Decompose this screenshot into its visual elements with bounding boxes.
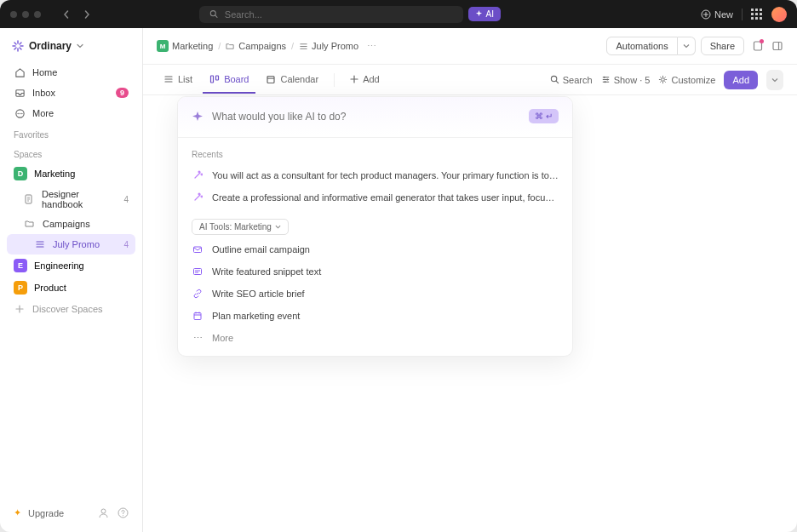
toolbar-search[interactable]: Search [550,75,593,85]
add-caret[interactable] [766,70,783,90]
workspace-selector[interactable]: Ordinary [7,37,135,55]
ai-recent-item[interactable]: Create a professional and informative em… [190,186,560,209]
item-count: 4 [123,240,129,249]
sidebar-more[interactable]: More [7,103,135,123]
sidebar-july-promo[interactable]: July Promo 4 [7,234,135,255]
breadcrumb-campaigns[interactable]: Campaigns [226,41,286,51]
chevron-down-icon [77,43,83,49]
ai-more[interactable]: ⋯ More [190,327,560,349]
help-icon[interactable] [118,507,129,518]
svg-rect-12 [773,43,782,50]
workspace-logo-icon [12,40,24,52]
svg-rect-15 [267,76,274,83]
tb-label: Search [563,75,593,85]
add-button[interactable]: Add [724,71,758,89]
sidebar-home[interactable]: Home [7,62,135,83]
sidebar-item-label: July Promo [53,239,100,249]
crumb-label: Marketing [172,41,213,51]
notifications-icon[interactable] [749,37,766,54]
spaces-section: Spaces [7,143,135,163]
sidebar-item-label: Designer handbook [42,189,117,209]
ai-tool-item[interactable]: Write featured snippet text [190,260,560,283]
space-engineering[interactable]: E Engineering [7,255,135,277]
sidebar-inbox[interactable]: Inbox 9 [7,83,135,103]
recent-text: Create a professional and informative em… [212,192,559,203]
toolbar-show[interactable]: Show · 5 [601,75,651,85]
gear-icon [658,75,668,84]
view-calendar[interactable]: Calendar [259,66,325,94]
space-marketing[interactable]: D Marketing [7,163,135,185]
list-icon [299,42,308,51]
ai-prompt-input[interactable] [212,111,520,123]
add-view[interactable]: Add [343,66,387,94]
home-icon [14,66,26,78]
ellipsis-icon: ⋯ [192,332,204,344]
link-icon [192,288,204,300]
ai-tools-selector[interactable]: AI Tools: Marketing [192,219,289,235]
inbox-badge: 9 [116,88,129,98]
tb-label: Customize [671,75,715,85]
user-avatar[interactable] [771,7,787,22]
automations-button[interactable]: Automations [606,37,677,55]
sparkle-icon [192,111,204,123]
toolbar-customize[interactable]: Customize [658,75,715,85]
space-label: Product [34,283,66,293]
new-button[interactable]: New [701,9,733,20]
crumb-label: July Promo [312,41,358,51]
view-board[interactable]: Board [203,66,255,94]
svg-rect-22 [194,269,202,275]
svg-rect-23 [194,313,201,320]
search-input[interactable] [225,9,453,20]
sidebar-designer-handbook[interactable]: Designer handbook 4 [7,185,135,214]
recents-label: Recents [190,146,560,164]
inbox-icon [14,87,26,99]
sidebar-item-label: Campaigns [43,219,90,229]
nav-forward[interactable] [78,6,95,23]
crumb-separator: / [291,41,294,51]
upgrade-icon: ✦ [14,507,21,518]
ai-recent-item[interactable]: You will act as a consultant for tech pr… [190,164,560,186]
automations-caret[interactable] [678,37,696,55]
share-button[interactable]: Share [701,37,744,55]
svg-point-19 [604,81,605,83]
ai-panel: ⌘ ↵ Recents You will act as a consultant… [177,96,573,357]
wand-icon [192,169,204,181]
sidebar-item-label: Home [32,67,57,77]
sidebar-campaigns[interactable]: Campaigns [7,214,135,234]
panel-icon[interactable] [771,40,783,52]
search-icon [209,9,218,19]
svg-point-18 [606,79,608,81]
nav-back[interactable] [58,6,75,23]
view-list[interactable]: List [157,66,199,94]
window-controls[interactable] [10,11,41,18]
tb-label: Show · 5 [614,75,651,85]
more-icon [14,107,26,119]
space-product[interactable]: P Product [7,277,135,299]
sidebar-discover[interactable]: Discover Spaces [7,299,135,319]
ai-tool-item[interactable]: Outline email campaign [190,238,560,260]
doc-icon [24,193,35,205]
calendar-icon [266,74,276,84]
apps-icon[interactable] [751,9,763,20]
new-label: New [714,9,733,20]
tool-label: Write SEO article brief [212,289,305,299]
breadcrumb-marketing[interactable]: M Marketing [157,40,213,52]
svg-point-8 [101,509,106,513]
space-badge: P [14,281,27,295]
ai-tool-item[interactable]: Plan marketing event [190,305,560,327]
sliders-icon [601,75,611,84]
ai-chip[interactable]: AI [468,7,501,21]
wand-icon [192,192,204,203]
more-label: More [212,333,233,343]
sidebar-item-label: Discover Spaces [32,304,103,314]
user-icon[interactable] [98,507,109,518]
view-label: Calendar [280,74,318,84]
breadcrumb-july-promo[interactable]: July Promo [299,41,358,51]
chevron-down-icon [275,224,281,230]
more-icon[interactable]: ⋯ [367,41,376,52]
global-search[interactable] [199,6,463,23]
upgrade-button[interactable]: Upgrade [28,508,64,518]
separator [334,73,335,87]
add-label: Add [363,74,380,84]
ai-tool-item[interactable]: Write SEO article brief [190,283,560,305]
